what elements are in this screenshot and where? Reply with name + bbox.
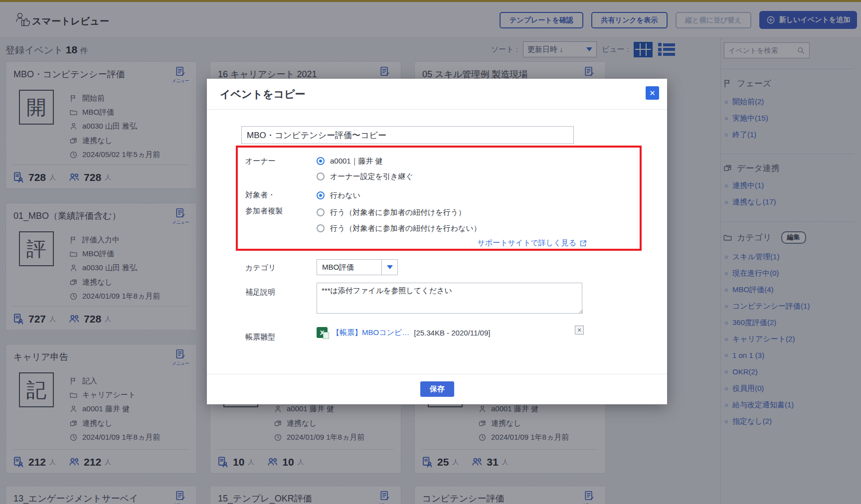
copy-target-label-2: 参加者複製: [245, 206, 283, 216]
owner-label: オーナー: [245, 157, 276, 166]
event-name-input[interactable]: [241, 126, 574, 144]
template-file-meta: [25.34KB - 2020/11/09]: [414, 329, 490, 337]
modal-title-bar: イベントをコピー ✕: [207, 79, 667, 110]
template-file-row: X 【帳票】MBOコンピ… [25.34KB - 2020/11/09]: [317, 327, 490, 338]
owner-option-current[interactable]: a0001｜藤井 健: [317, 156, 383, 167]
copy-option-none[interactable]: 行わない: [317, 190, 360, 201]
description-label: 補足説明: [245, 288, 275, 297]
close-icon[interactable]: ✕: [646, 86, 659, 100]
smart-review-page: スマートレビュー テンプレートを確認 共有リンクを表示 縦と横に並び替え 新しい…: [0, 0, 861, 504]
modal-title: イベントをコピー: [220, 87, 305, 101]
support-site-link[interactable]: サポートサイトで詳しく見る: [477, 238, 587, 248]
caret-down-icon: [387, 265, 393, 269]
category-select[interactable]: MBO評価: [317, 259, 398, 275]
modal-footer-divider: [207, 374, 667, 374]
category-label: カテゴリ: [245, 263, 276, 273]
owner-option-inherit[interactable]: オーナー設定を引き継ぐ: [317, 171, 413, 182]
copy-event-modal: イベントをコピー ✕ オーナー a0001｜藤井 健 オーナー設定を引き継ぐ 対…: [207, 79, 667, 404]
template-file-label: 帳票雛型: [245, 333, 275, 342]
radio-icon[interactable]: [317, 208, 325, 216]
radio-selected-icon[interactable]: [317, 191, 325, 199]
radio-selected-icon[interactable]: [317, 157, 325, 165]
textarea-resize-handle[interactable]: [578, 309, 583, 314]
remove-file-icon[interactable]: ✕: [575, 326, 584, 335]
template-file-link[interactable]: 【帳票】MBOコンピ…: [332, 328, 409, 337]
radio-icon[interactable]: [317, 172, 325, 180]
radio-icon[interactable]: [317, 224, 325, 232]
copy-option-with-link[interactable]: 行う（対象者に参加者の紐付けを行う）: [317, 207, 466, 218]
description-textarea[interactable]: ***は添付ファイルを参照してください: [317, 283, 582, 314]
copy-option-without-link[interactable]: 行う（対象者に参加者の紐付けを行わない）: [317, 223, 481, 234]
external-link-icon: [579, 239, 587, 247]
save-button[interactable]: 保存: [420, 381, 454, 397]
copy-target-label-1: 対象者・: [245, 190, 275, 200]
excel-file-icon: X: [317, 327, 328, 338]
